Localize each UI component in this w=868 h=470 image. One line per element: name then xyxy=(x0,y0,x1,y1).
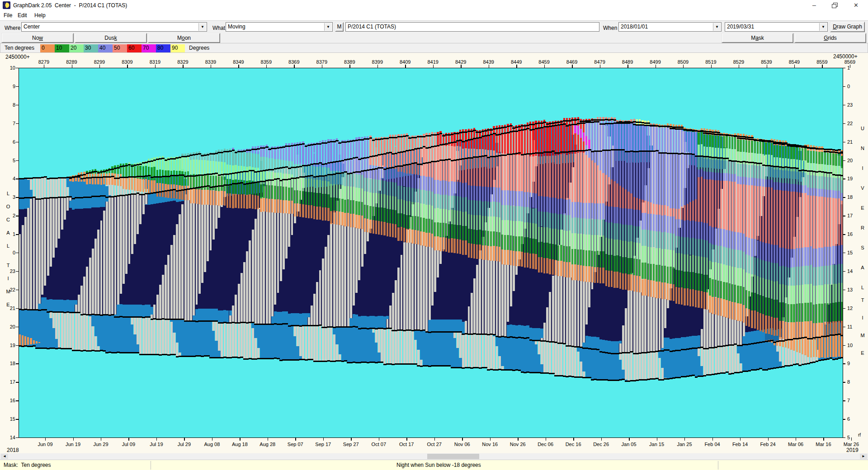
svg-text:Nov 16: Nov 16 xyxy=(482,442,498,447)
svg-text:8559: 8559 xyxy=(816,59,827,65)
svg-text:12: 12 xyxy=(847,306,853,311)
svg-text:Aug 18: Aug 18 xyxy=(232,442,248,447)
svg-text:14: 14 xyxy=(10,435,15,440)
svg-text:Jun 19: Jun 19 xyxy=(66,442,80,447)
svg-text:2019: 2019 xyxy=(846,447,859,453)
svg-text:Jun 29: Jun 29 xyxy=(93,442,108,447)
svg-text:18: 18 xyxy=(847,194,853,200)
svg-text:7: 7 xyxy=(847,398,850,403)
svg-text:Sep 17: Sep 17 xyxy=(315,442,331,447)
svg-text:E: E xyxy=(6,302,9,307)
svg-text:Jan 25: Jan 25 xyxy=(677,442,692,447)
svg-text:1: 1 xyxy=(847,65,850,70)
svg-text:Jan 15: Jan 15 xyxy=(649,442,664,447)
svg-text:17: 17 xyxy=(847,213,853,218)
svg-text:10: 10 xyxy=(847,343,853,348)
svg-text:11: 11 xyxy=(847,324,852,329)
svg-text:M: M xyxy=(6,289,10,294)
svg-text:Mar 16: Mar 16 xyxy=(816,442,831,447)
svg-text:L: L xyxy=(7,243,9,249)
svg-text:2: 2 xyxy=(13,213,15,218)
svg-text:Jan 05: Jan 05 xyxy=(622,442,637,447)
svg-text:19: 19 xyxy=(10,343,15,348)
svg-text:8549: 8549 xyxy=(789,59,800,65)
svg-text:4: 4 xyxy=(13,176,15,181)
svg-text:Oct 17: Oct 17 xyxy=(399,442,414,447)
svg-text:Feb 24: Feb 24 xyxy=(760,442,775,447)
svg-text:0: 0 xyxy=(847,84,850,89)
svg-text:Sep 07: Sep 07 xyxy=(288,442,303,447)
svg-text:U: U xyxy=(861,126,864,131)
svg-text:16: 16 xyxy=(847,231,853,237)
svg-text:9: 9 xyxy=(847,361,850,366)
svg-text:2450000+: 2450000+ xyxy=(5,54,30,60)
svg-text:T: T xyxy=(7,263,10,268)
svg-text:8329: 8329 xyxy=(177,59,188,65)
svg-text:rf: rf xyxy=(858,432,861,437)
svg-text:21: 21 xyxy=(10,306,15,311)
svg-text:5: 5 xyxy=(847,435,850,440)
svg-text:6: 6 xyxy=(847,416,850,422)
svg-text:8419: 8419 xyxy=(427,59,438,65)
svg-text:Mar 06: Mar 06 xyxy=(788,442,803,447)
svg-text:18: 18 xyxy=(10,361,15,366)
svg-text:8289: 8289 xyxy=(66,59,77,65)
svg-text:15: 15 xyxy=(10,416,15,422)
svg-text:2450000+: 2450000+ xyxy=(833,53,858,60)
svg-text:20: 20 xyxy=(847,158,853,163)
svg-text:I: I xyxy=(862,315,863,320)
svg-text:A: A xyxy=(861,265,864,270)
svg-text:R: R xyxy=(861,225,864,230)
svg-text:Oct 27: Oct 27 xyxy=(427,442,441,447)
svg-text:23: 23 xyxy=(10,268,15,274)
svg-text:8379: 8379 xyxy=(316,59,327,65)
svg-text:16: 16 xyxy=(10,398,15,403)
svg-text:8279: 8279 xyxy=(38,59,49,65)
svg-text:8509: 8509 xyxy=(678,59,689,65)
svg-text:O: O xyxy=(6,204,10,209)
svg-text:C: C xyxy=(6,217,10,222)
svg-text:14: 14 xyxy=(847,268,853,274)
svg-text:S: S xyxy=(861,245,864,250)
svg-text:8299: 8299 xyxy=(94,59,105,65)
svg-text:Nov 06: Nov 06 xyxy=(454,442,470,447)
svg-text:I: I xyxy=(7,276,9,281)
svg-text:22: 22 xyxy=(10,287,15,292)
svg-text:Aug 28: Aug 28 xyxy=(259,442,275,447)
svg-text:13: 13 xyxy=(847,287,853,292)
svg-text:Feb 04: Feb 04 xyxy=(704,442,720,447)
svg-text:Mar 26: Mar 26 xyxy=(844,442,859,447)
svg-text:8529: 8529 xyxy=(733,59,744,65)
svg-text:8409: 8409 xyxy=(400,59,410,65)
svg-text:23: 23 xyxy=(847,102,853,108)
svg-text:10: 10 xyxy=(10,65,15,70)
svg-text:8309: 8309 xyxy=(122,59,132,65)
svg-text:7: 7 xyxy=(13,121,15,126)
svg-text:20: 20 xyxy=(10,324,15,329)
svg-text:19: 19 xyxy=(847,176,853,181)
svg-text:2018: 2018 xyxy=(7,447,19,453)
svg-text:8339: 8339 xyxy=(205,59,216,65)
svg-text:8449: 8449 xyxy=(511,59,522,65)
svg-text:Feb 14: Feb 14 xyxy=(732,442,748,447)
svg-text:L: L xyxy=(861,285,864,290)
svg-text:8539: 8539 xyxy=(761,59,772,65)
svg-text:21: 21 xyxy=(847,139,853,145)
svg-text:8399: 8399 xyxy=(372,59,383,65)
svg-text:8359: 8359 xyxy=(261,59,272,65)
svg-text:Dec 26: Dec 26 xyxy=(593,442,609,447)
svg-text:8319: 8319 xyxy=(150,59,160,65)
svg-text:8479: 8479 xyxy=(594,59,605,65)
svg-text:3: 3 xyxy=(13,194,15,200)
svg-text:8489: 8489 xyxy=(622,59,633,65)
svg-text:Dec 16: Dec 16 xyxy=(566,442,581,447)
svg-text:9: 9 xyxy=(13,84,15,89)
svg-text:T: T xyxy=(861,297,864,303)
svg-text:8369: 8369 xyxy=(288,59,299,65)
svg-text:E: E xyxy=(861,350,864,356)
svg-text:Oct 07: Oct 07 xyxy=(372,442,386,447)
svg-text:Jul 09: Jul 09 xyxy=(122,442,135,447)
svg-text:Sep 27: Sep 27 xyxy=(343,442,359,447)
svg-text:5: 5 xyxy=(13,158,15,163)
svg-text:8459: 8459 xyxy=(538,59,549,65)
